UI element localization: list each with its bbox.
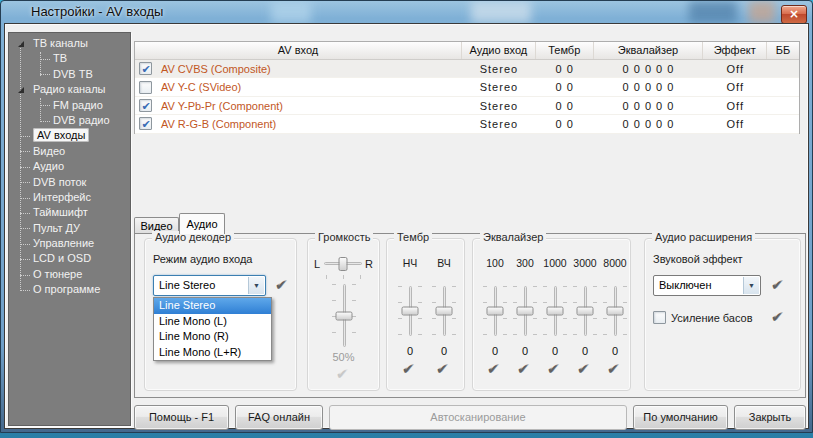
row-checkbox[interactable] xyxy=(139,117,152,130)
balance-slider[interactable] xyxy=(324,257,362,271)
help-button[interactable]: Помощь - F1 xyxy=(134,405,229,430)
tone-low-slider[interactable] xyxy=(398,285,422,337)
combobox-value: Выключен xyxy=(659,279,712,291)
close-dialog-button[interactable]: Закрыть xyxy=(734,405,806,430)
sidebar-item-lcd-osd[interactable]: LCD и OSD xyxy=(9,251,130,266)
sidebar-item-radio-channels[interactable]: Радио каналы xyxy=(9,82,130,97)
sidebar-item-audio[interactable]: Аудио xyxy=(9,159,130,174)
sidebar-item-video[interactable]: Видео xyxy=(9,144,130,159)
apply-eq-check-icon[interactable]: ✔ xyxy=(487,361,499,377)
eq-slider[interactable] xyxy=(543,285,567,337)
sidebar-item-label: Таймшифт xyxy=(33,206,88,218)
dropdown-option[interactable]: Line Mono (L) xyxy=(154,314,271,330)
tree-stub xyxy=(20,290,30,291)
apply-eq-check-icon[interactable]: ✔ xyxy=(607,361,619,377)
table-row[interactable]: AV CVBS (Composite) Stereo 0 0 0 0 0 0 0… xyxy=(135,60,799,78)
table-row[interactable]: AV Y-C (SVideo) Stereo 0 0 0 0 0 0 0 Off xyxy=(135,78,799,96)
audio-mode-dropdown-list: Line Stereo Line Mono (L) Line Mono (R) … xyxy=(153,297,272,361)
row-checkbox[interactable] xyxy=(139,99,152,112)
close-button[interactable]: × xyxy=(781,5,807,23)
tree-expand-icon[interactable] xyxy=(18,87,24,93)
av-inputs-table: AV вход Аудио вход Тембр Эквалайзер Эффе… xyxy=(134,41,800,134)
col-header-effect[interactable]: Эффект xyxy=(703,42,767,59)
row-checkbox[interactable] xyxy=(139,62,152,75)
sidebar-item-fm-radio[interactable]: FM радио xyxy=(9,98,130,113)
apply-eq-check-icon[interactable]: ✔ xyxy=(577,361,589,377)
tone-high-slider[interactable] xyxy=(432,285,456,337)
sidebar-item-tv[interactable]: ТВ xyxy=(9,51,130,66)
slider-ticks xyxy=(418,286,422,337)
apply-tone-check-icon[interactable]: ✔ xyxy=(402,361,414,377)
tone-value: 0 0 xyxy=(536,60,594,77)
sidebar-item-label: ТВ каналы xyxy=(33,37,88,49)
volume-slider[interactable] xyxy=(332,283,356,348)
eq-slider[interactable] xyxy=(483,285,507,337)
tab-audio[interactable]: Аудио xyxy=(179,213,225,234)
tone-value: 0 0 xyxy=(536,97,594,114)
apply-eq-check-icon[interactable]: ✔ xyxy=(517,361,529,377)
dropdown-option[interactable]: Line Stereo xyxy=(154,298,271,314)
sidebar-item-label: DVB ТВ xyxy=(53,68,93,80)
apply-tone-check-icon[interactable]: ✔ xyxy=(436,361,448,377)
apply-effect-check-icon[interactable]: ✔ xyxy=(771,277,783,293)
slider-thumb[interactable] xyxy=(607,307,624,316)
sidebar-item-remote[interactable]: Пульт ДУ xyxy=(9,221,130,236)
sound-effect-combobox[interactable]: Выключен ▼ xyxy=(653,275,761,296)
tone-value: 0 0 xyxy=(536,115,594,132)
table-row[interactable]: AV Y-Pb-Pr (Component) Stereo 0 0 0 0 0 … xyxy=(135,97,799,115)
sidebar-item-dvb-radio[interactable]: DVB радио xyxy=(9,113,130,128)
dropdown-option[interactable]: Line Mono (L+R) xyxy=(154,345,271,361)
eq-slider[interactable] xyxy=(573,285,597,337)
sidebar-item-dvb-tv[interactable]: DVB ТВ xyxy=(9,67,130,82)
col-header-audio-input[interactable]: Аудио вход xyxy=(462,42,536,59)
table-row[interactable]: AV R-G-B (Component) Stereo 0 0 0 0 0 0 … xyxy=(135,115,799,133)
tree-stub xyxy=(20,136,30,137)
apply-bass-check-icon[interactable]: ✔ xyxy=(771,309,783,325)
apply-eq-check-icon[interactable]: ✔ xyxy=(547,361,559,377)
slider-thumb[interactable] xyxy=(547,307,564,316)
sidebar-item-tv-channels[interactable]: ТВ каналы xyxy=(9,36,130,51)
col-header-equalizer[interactable]: Эквалайзер xyxy=(594,42,704,59)
eq-slider[interactable] xyxy=(603,285,627,337)
band-value: 0 xyxy=(429,345,459,357)
sidebar-item-about-tuner[interactable]: О тюнере xyxy=(9,267,130,282)
slider-thumb[interactable] xyxy=(577,307,594,316)
sidebar-item-av-inputs[interactable]: AV входы xyxy=(9,128,130,143)
audio-extensions-group: Аудио расширения Звуковой эффект Выключе… xyxy=(644,238,801,391)
faq-button[interactable]: FAQ онлайн xyxy=(235,405,323,430)
tone-band-high: ВЧ 0 ✔ xyxy=(429,239,459,390)
slider-thumb[interactable] xyxy=(336,311,353,320)
slider-thumb[interactable] xyxy=(402,307,419,316)
sidebar-item-dvb-stream[interactable]: DVB поток xyxy=(9,175,130,190)
row-checkbox[interactable] xyxy=(139,81,152,94)
sidebar-item-timeshift[interactable]: Таймшифт xyxy=(9,205,130,220)
titlebar[interactable]: Настройки - AV входы × xyxy=(1,1,812,23)
tree-expand-icon[interactable] xyxy=(18,41,24,47)
slider-thumb[interactable] xyxy=(517,307,534,316)
eq-slider[interactable] xyxy=(513,285,537,337)
col-header-bb[interactable]: ББ xyxy=(767,42,799,59)
equalizer-group: Эквалайзер 100 0 ✔ 300 0 ✔ 1000 0 xyxy=(472,238,631,391)
combobox-value: Line Stereo xyxy=(159,279,215,291)
bass-boost-checkbox[interactable] xyxy=(653,311,666,324)
bass-boost-row: Усиление басов xyxy=(653,311,753,324)
dropdown-option[interactable]: Line Mono (R) xyxy=(154,329,271,345)
combobox-dropdown-button[interactable]: ▼ xyxy=(248,277,264,294)
defaults-button[interactable]: По умолчанию xyxy=(633,405,728,430)
slider-thumb[interactable] xyxy=(339,257,348,271)
sidebar-item-about-program[interactable]: О программе xyxy=(9,282,130,297)
sidebar-item-label: Аудио xyxy=(33,160,64,172)
apply-audio-mode-check-icon[interactable]: ✔ xyxy=(275,277,287,293)
sidebar-item-control[interactable]: Управление xyxy=(9,236,130,251)
col-header-tone[interactable]: Тембр xyxy=(536,42,594,59)
combobox-dropdown-button[interactable]: ▼ xyxy=(743,277,759,294)
audio-mode-combobox[interactable]: Line Stereo ▼ xyxy=(153,275,266,296)
slider-thumb[interactable] xyxy=(436,307,453,316)
tree-stub xyxy=(40,121,50,122)
sidebar-item-label: Видео xyxy=(33,145,65,157)
tree-stub xyxy=(20,244,30,245)
sidebar-item-label: Радио каналы xyxy=(33,83,106,95)
sidebar-item-interface[interactable]: Интерфейс xyxy=(9,190,130,205)
col-header-av-input[interactable]: AV вход xyxy=(135,42,462,59)
slider-thumb[interactable] xyxy=(487,307,504,316)
